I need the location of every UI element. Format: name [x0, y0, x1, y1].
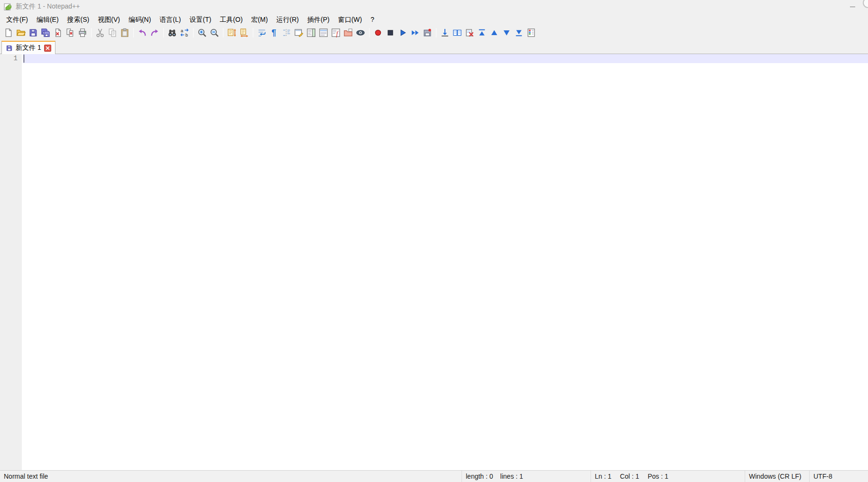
menu-search[interactable]: 搜索(S) [63, 13, 94, 26]
define-your-language-button[interactable] [293, 27, 305, 39]
menu-view[interactable]: 视图(V) [93, 13, 124, 26]
monitoring-button[interactable] [354, 27, 367, 39]
redo-button[interactable] [148, 27, 161, 39]
tab-new-file-1[interactable]: 新文件 1 [1, 41, 55, 54]
show-indent-guide-icon [282, 28, 291, 37]
word-wrap-button[interactable] [256, 27, 268, 39]
svg-text:¶: ¶ [271, 28, 276, 37]
editor-pane: 1 [0, 54, 868, 470]
window-title: 新文件 1 - Notepad++ [16, 2, 80, 11]
record-macro-icon [373, 28, 383, 37]
save-file-button[interactable] [27, 27, 39, 39]
menu-run[interactable]: 运行(R) [272, 13, 303, 26]
status-lines: lines : 1 [500, 473, 523, 480]
folder-as-workspace-icon [343, 28, 353, 37]
next-difference-button[interactable] [500, 27, 513, 39]
saved-floppy-icon [6, 45, 13, 52]
document-map-button[interactable] [305, 27, 317, 39]
first-difference-button[interactable] [476, 27, 488, 39]
save-all-button[interactable] [39, 27, 52, 39]
undo-button[interactable] [136, 27, 148, 39]
zoom-out-button[interactable] [208, 27, 221, 39]
compare-icon [452, 28, 462, 37]
copy-button[interactable] [106, 27, 119, 39]
next-difference-icon [502, 28, 511, 37]
save-recorded-macro-icon [423, 28, 432, 37]
redo-icon [150, 28, 159, 37]
open-file-button[interactable] [15, 27, 27, 39]
toolbar-separator [193, 28, 194, 37]
close-all-files-button[interactable] [64, 27, 76, 39]
line-number: 1 [0, 54, 18, 63]
status-doc-type: Normal text file [0, 471, 462, 482]
close-all-files-icon [65, 28, 75, 37]
status-position: Pos : 1 [648, 473, 669, 480]
last-difference-button[interactable] [513, 27, 525, 39]
zoom-in-button[interactable] [196, 27, 208, 39]
save-recorded-macro-button[interactable] [421, 27, 434, 39]
cut-button[interactable] [94, 27, 106, 39]
partial-window-button[interactable] [863, 0, 868, 8]
folder-as-workspace-button[interactable] [342, 27, 354, 39]
new-file-button[interactable] [2, 27, 15, 39]
paste-button[interactable] [119, 27, 131, 39]
toolbar-separator [436, 28, 436, 37]
clear-compare-results-icon [465, 28, 474, 37]
paste-icon [120, 28, 129, 37]
find-button[interactable] [166, 27, 178, 39]
monitoring-eye-icon [356, 28, 365, 37]
run-macro-multiple-times-button[interactable] [409, 27, 421, 39]
undo-icon [138, 28, 147, 37]
document-list-icon [319, 28, 328, 37]
menu-help[interactable]: ? [366, 13, 379, 26]
function-list-button[interactable]: f [330, 27, 342, 39]
status-encoding: UTF-8 [809, 471, 868, 482]
sync-vertical-scroll-icon [227, 28, 237, 37]
window-caption-buttons [842, 0, 868, 13]
menu-edit[interactable]: 编辑(E) [32, 13, 63, 26]
menu-macro[interactable]: 宏(M) [247, 13, 272, 26]
compare-button[interactable] [451, 27, 463, 39]
notepad-plus-plus-logo-icon [4, 2, 12, 11]
menu-settings[interactable]: 设置(T) [185, 13, 215, 26]
close-file-button[interactable] [52, 27, 64, 39]
sync-vertical-scroll-button[interactable] [226, 27, 238, 39]
stop-recording-button[interactable] [384, 27, 397, 39]
status-bar: Normal text file length : 0 lines : 1 Ln… [0, 470, 868, 482]
show-all-characters-button[interactable]: ¶ [268, 27, 280, 39]
playback-macro-button[interactable] [397, 27, 409, 39]
minimize-icon [850, 7, 855, 7]
document-list-button[interactable] [317, 27, 330, 39]
text-caret [24, 55, 24, 63]
menu-encoding[interactable]: 编码(N) [124, 13, 155, 26]
define-your-language-icon [294, 28, 304, 37]
text-editor[interactable] [22, 54, 868, 470]
title-bar: 新文件 1 - Notepad++ [0, 0, 868, 13]
menu-plugins[interactable]: 插件(P) [303, 13, 334, 26]
menu-language[interactable]: 语言(L) [155, 13, 185, 26]
function-list-icon: f [331, 28, 341, 37]
menu-tools[interactable]: 工具(O) [215, 13, 247, 26]
sync-horizontal-scroll-button[interactable] [238, 27, 250, 39]
cut-icon [95, 28, 105, 37]
toolbar-separator [91, 28, 92, 37]
previous-difference-button[interactable] [488, 27, 500, 39]
print-button[interactable] [76, 27, 89, 39]
record-macro-button[interactable] [372, 27, 384, 39]
svg-text:a: a [181, 28, 184, 33]
menu-file[interactable]: 文件(F) [2, 13, 32, 26]
clear-compare-results-button[interactable] [463, 27, 476, 39]
toolbar-separator [163, 28, 164, 37]
replace-button[interactable]: ab [178, 27, 191, 39]
toolbar-separator [253, 28, 253, 37]
menu-window[interactable]: 窗口(W) [334, 13, 367, 26]
line-number-margin[interactable]: 1 [0, 54, 22, 470]
set-first-to-compare-button[interactable] [439, 27, 451, 39]
toolbar: ab ¶ f [0, 26, 868, 40]
tab-label: 新文件 1 [16, 44, 41, 52]
word-wrap-icon [257, 28, 267, 37]
minimize-button[interactable] [842, 0, 863, 13]
close-tab-button[interactable] [44, 45, 51, 52]
compare-navigation-bar-button[interactable] [525, 27, 537, 39]
show-indent-guide-button[interactable] [280, 27, 293, 39]
